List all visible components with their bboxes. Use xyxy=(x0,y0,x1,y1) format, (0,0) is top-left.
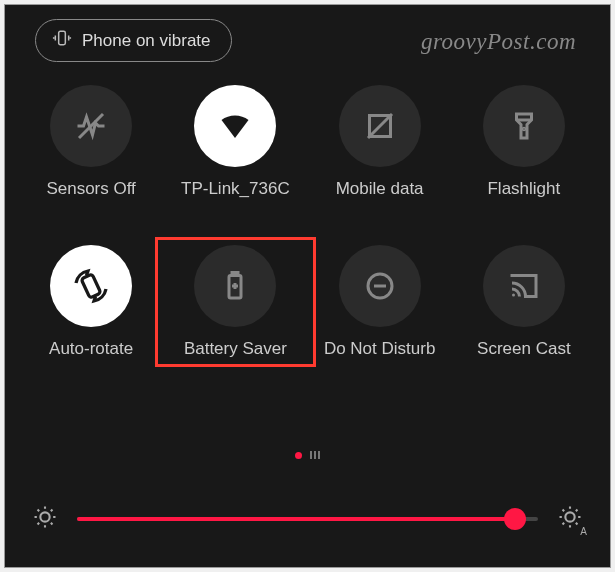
page-dot-active xyxy=(295,452,302,459)
tile-label: Auto-rotate xyxy=(49,339,133,359)
flashlight-icon xyxy=(483,85,565,167)
tile-label: Mobile data xyxy=(336,179,424,199)
tile-label: Flashlight xyxy=(487,179,560,199)
tile-label: Screen Cast xyxy=(477,339,571,359)
auto-brightness-icon[interactable]: A xyxy=(556,503,584,535)
watermark-text: groovyPost.com xyxy=(421,29,576,55)
brightness-row: A xyxy=(31,503,584,535)
tile-mobile-data[interactable]: Mobile data xyxy=(308,79,452,199)
tile-wifi[interactable]: TP-Link_736C xyxy=(163,79,307,199)
mobile-data-icon xyxy=(339,85,421,167)
tile-auto-rotate[interactable]: Auto-rotate xyxy=(19,239,163,359)
pagination-dots xyxy=(5,451,610,459)
tile-battery-saver[interactable]: Battery Saver xyxy=(163,239,307,359)
vibrate-status-label: Phone on vibrate xyxy=(82,31,211,51)
tile-label: Sensors Off xyxy=(46,179,135,199)
tile-flashlight[interactable]: Flashlight xyxy=(452,79,596,199)
tile-label: TP-Link_736C xyxy=(181,179,290,199)
svg-point-6 xyxy=(512,294,515,297)
svg-point-2 xyxy=(523,128,525,130)
battery-saver-icon xyxy=(194,245,276,327)
quick-settings-panel: Phone on vibrate groovyPost.com Sensors … xyxy=(4,4,611,568)
slider-fill xyxy=(77,517,515,521)
tile-label: Do Not Disturb xyxy=(324,339,435,359)
slider-thumb[interactable] xyxy=(504,508,526,530)
tile-do-not-disturb[interactable]: Do Not Disturb xyxy=(308,239,452,359)
tile-sensors-off[interactable]: Sensors Off xyxy=(19,79,163,199)
screen-cast-icon xyxy=(483,245,565,327)
wifi-icon xyxy=(194,85,276,167)
svg-point-8 xyxy=(565,512,574,521)
svg-rect-3 xyxy=(81,274,101,298)
auto-rotate-icon xyxy=(50,245,132,327)
do-not-disturb-icon xyxy=(339,245,421,327)
tile-screen-cast[interactable]: Screen Cast xyxy=(452,239,596,359)
tile-label: Battery Saver xyxy=(184,339,287,359)
svg-point-7 xyxy=(40,512,49,521)
page-dot-inactive xyxy=(310,451,320,459)
sensors-off-icon xyxy=(50,85,132,167)
tiles-grid: Sensors Off TP-Link_736C Mobile data xyxy=(19,79,596,359)
brightness-low-icon xyxy=(31,503,59,535)
vibrate-icon xyxy=(52,28,72,53)
svg-rect-0 xyxy=(59,31,66,44)
vibrate-status-pill[interactable]: Phone on vibrate xyxy=(35,19,232,62)
brightness-slider[interactable] xyxy=(77,517,538,521)
